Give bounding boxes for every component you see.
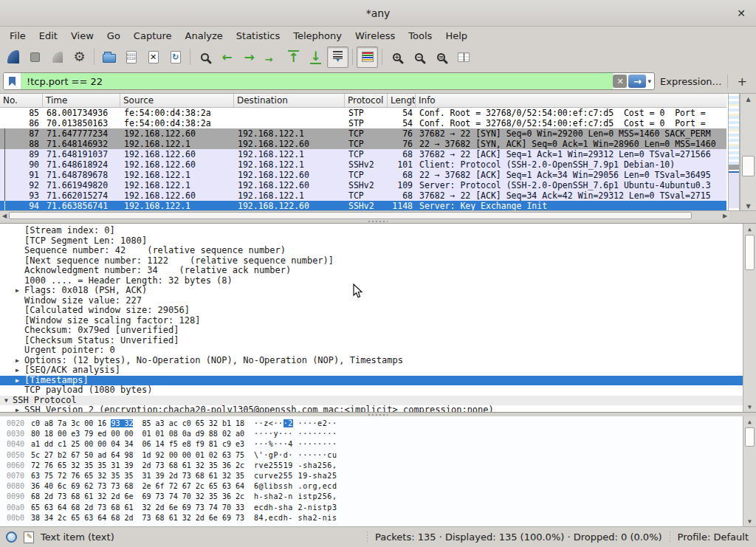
menu-help[interactable]: Help	[439, 29, 474, 43]
display-filter-input[interactable]: !tcp.port == 22	[21, 73, 613, 89]
reload-file-button[interactable]: ↻	[165, 47, 186, 68]
packet-list-hscrollbar[interactable]: ◀ ▶	[0, 210, 729, 220]
stop-capture-button[interactable]	[24, 47, 46, 68]
save-file-button[interactable]: 01010110	[120, 47, 142, 68]
details-vscrollbar[interactable]: ▲ ▼	[743, 224, 756, 412]
hex-row[interactable]: 0090 68 2d 73 68 61 32 2d 6e 69 73 74 70…	[0, 492, 756, 502]
previous-packet-button[interactable]: ←	[216, 47, 238, 68]
colorize-button[interactable]	[357, 47, 378, 68]
autoscroll-button[interactable]: ▾	[327, 47, 348, 68]
filter-bookmark-button[interactable]	[4, 73, 21, 89]
column-header-protocol[interactable]: Protocol	[345, 94, 388, 107]
scroll-right-icon[interactable]: ▶	[721, 211, 729, 220]
capture-options-button[interactable]: ⚙	[69, 47, 90, 68]
bytes-vscrollbar[interactable]: ▲ ▼	[743, 416, 756, 526]
detail-row[interactable]: [Checksum Status: Unverified]	[0, 336, 756, 346]
menu-wireless[interactable]: Wireless	[348, 29, 402, 43]
first-packet-button[interactable]: ↑	[283, 47, 304, 68]
scroll-down-icon[interactable]: ▼	[743, 516, 756, 526]
hex-row[interactable]: 00a0 65 63 64 68 2d 73 68 61 32 2d 6e 69…	[0, 503, 756, 513]
zoom-in-button[interactable]: +	[386, 47, 408, 68]
zoom-reset-button[interactable]: =	[430, 47, 452, 68]
packet-row[interactable]: 92 71.661949820 192.168.122.1 192.168.12…	[0, 180, 726, 190]
filter-dropdown-caret-icon[interactable]: ▾	[647, 78, 651, 85]
detail-row[interactable]: TCP payload (1080 bytes)	[0, 385, 756, 396]
scrollbar-thumb[interactable]	[742, 156, 755, 176]
column-header-source[interactable]: Source	[120, 94, 234, 107]
hex-row[interactable]: 0030 80 18 00 e3 79 ed 00 00 01 01 08 0a…	[0, 429, 756, 439]
detail-row[interactable]: ▶SSH Version 2 (encryption:chacha20-poly…	[0, 405, 756, 413]
scrollbar-thumb[interactable]	[745, 235, 755, 270]
filter-clear-button[interactable]: ✕	[613, 75, 627, 88]
status-profile[interactable]: Profile: Default	[678, 531, 749, 543]
window-close-button[interactable]: ✕	[734, 6, 749, 21]
intelligent-scrollbar-minimap[interactable]	[728, 94, 740, 211]
menu-telephony[interactable]: Telephony	[286, 29, 348, 43]
hex-row[interactable]: 0060 72 76 65 32 35 35 31 39 2d 73 68 61…	[0, 461, 756, 471]
scroll-up-icon[interactable]: ▲	[743, 224, 756, 234]
hex-row[interactable]: 0040 a1 dd c1 25 00 00 04 34 06 14 f5 e8…	[0, 439, 756, 450]
open-file-button[interactable]	[98, 47, 120, 68]
packet-row[interactable]: 88 71.648146932 192.168.122.1 192.168.12…	[0, 139, 726, 149]
detail-row[interactable]: ▼SSH Protocol	[0, 396, 756, 406]
menu-capture[interactable]: Capture	[127, 29, 179, 43]
column-header-destination[interactable]: Destination	[234, 94, 345, 107]
packet-row[interactable]: 86 70.013850163 fe:54:00:d4:38:2a STP 54…	[0, 118, 726, 128]
expander-icon[interactable]: ▶	[16, 365, 19, 376]
packet-row[interactable]: 89 71.648191037 192.168.122.60 192.168.1…	[0, 149, 726, 159]
packet-list-vscrollbar[interactable]: ▲ ▼	[740, 94, 756, 211]
hex-row[interactable]: 0080 36 40 6c 69 62 73 73 68 2e 6f 72 67…	[0, 481, 756, 492]
menu-tools[interactable]: Tools	[402, 29, 439, 43]
detail-row[interactable]: Urgent pointer: 0	[0, 345, 756, 356]
packet-row[interactable]: 85 68.001734936 fe:54:00:d4:38:2a STP 54…	[0, 108, 726, 118]
detail-row[interactable]: ▶[SEQ/ACK analysis]	[0, 365, 756, 376]
scroll-up-icon[interactable]: ▲	[743, 416, 756, 427]
packet-row[interactable]: 87 71.647777234 192.168.122.60 192.168.1…	[0, 128, 726, 139]
expression-button[interactable]: Expression…	[660, 76, 722, 87]
detail-row[interactable]: Acknowledgment number: 34 (relative ack …	[0, 266, 756, 276]
detail-row[interactable]: Checksum: 0x79ed [unverified]	[0, 326, 756, 336]
scroll-down-icon[interactable]: ▼	[740, 201, 756, 211]
detail-row[interactable]: [Next sequence number: 1122 (relative se…	[0, 256, 756, 266]
hex-row[interactable]: 0050 5c 27 b2 67 50 ad 64 98 1d 92 00 00…	[0, 450, 756, 461]
packet-row[interactable]: 93 71.662015274 192.168.122.60 192.168.1…	[0, 190, 726, 201]
detail-row[interactable]: 1000 .... = Header Length: 32 bytes (8)	[0, 276, 756, 286]
detail-row[interactable]: ▶Options: (12 bytes), No-Operation (NOP)…	[0, 356, 756, 366]
zoom-out-button[interactable]: −	[408, 47, 430, 68]
scroll-up-icon[interactable]: ▲	[740, 94, 756, 104]
scrollbar-thumb[interactable]	[9, 212, 692, 219]
detail-row[interactable]: [Calculated window size: 29056]	[0, 306, 756, 316]
menu-analyze[interactable]: Analyze	[179, 29, 230, 43]
packet-row[interactable]: 90 71.648618924 192.168.122.60 192.168.1…	[0, 159, 726, 170]
column-header-no[interactable]: No.	[0, 94, 43, 107]
expander-icon[interactable]: ▶	[16, 356, 19, 366]
detail-row[interactable]: ▶Flags: 0x018 (PSH, ACK)	[0, 286, 756, 296]
menu-go[interactable]: Go	[100, 29, 127, 43]
menu-file[interactable]: File	[3, 29, 32, 43]
add-filter-button[interactable]: +	[733, 75, 752, 89]
detail-row[interactable]: Window size value: 227	[0, 296, 756, 306]
menu-statistics[interactable]: Statistics	[230, 29, 286, 43]
expert-info-icon[interactable]	[6, 531, 17, 543]
close-file-button[interactable]: ✕	[142, 47, 164, 68]
display-filter-field[interactable]: !tcp.port == 22 ✕ → ▾	[3, 72, 655, 90]
scroll-left-icon[interactable]: ◀	[0, 211, 9, 220]
detail-row[interactable]: [Stream index: 0]	[0, 226, 756, 236]
packet-row[interactable]: 94 71.663856741 192.168.122.1 192.168.12…	[0, 201, 726, 211]
last-packet-button[interactable]: ↓	[305, 47, 326, 68]
hex-row[interactable]: 0070 63 75 72 76 65 32 35 35 31 39 2d 73…	[0, 471, 756, 481]
scrollbar-thumb[interactable]	[745, 427, 755, 447]
detail-row[interactable]: ▶[Timestamps]	[0, 376, 756, 386]
expander-icon[interactable]: ▼	[4, 396, 8, 406]
menu-edit[interactable]: Edit	[32, 29, 64, 43]
expander-icon[interactable]: ▶	[16, 286, 19, 296]
detail-row[interactable]: [Window size scaling factor: 128]	[0, 316, 756, 326]
start-capture-button[interactable]	[2, 47, 24, 68]
restart-capture-button[interactable]	[47, 47, 68, 68]
expander-icon[interactable]: ▶	[16, 376, 19, 386]
menu-view[interactable]: View	[64, 29, 100, 43]
detail-row[interactable]: [TCP Segment Len: 1080]	[0, 236, 756, 247]
find-packet-button[interactable]	[194, 47, 216, 68]
packet-row[interactable]: 91 71.648789678 192.168.122.1 192.168.12…	[0, 170, 726, 180]
capture-comment-icon[interactable]: ✎	[24, 531, 34, 543]
